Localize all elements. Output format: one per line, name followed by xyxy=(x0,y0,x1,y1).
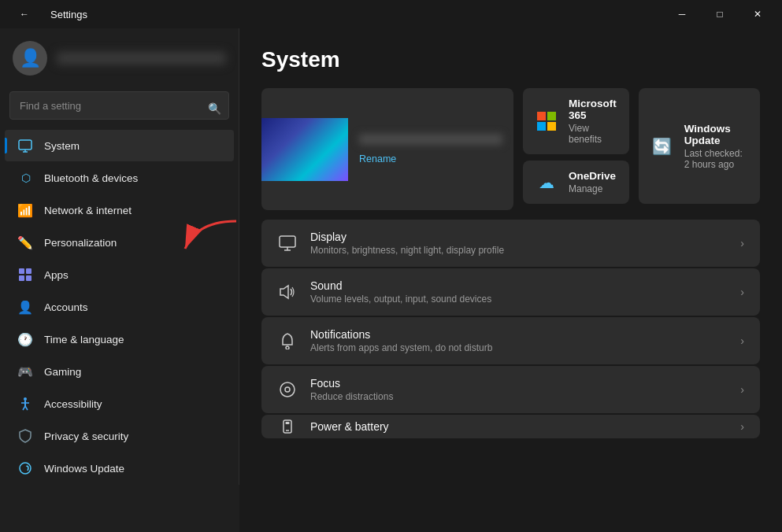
ms365-sub: View benefits xyxy=(569,123,617,145)
sound-setting-icon xyxy=(277,282,298,302)
setting-item-display[interactable]: DisplayMonitors, brightness, night light… xyxy=(261,220,760,267)
update-icon xyxy=(17,460,33,476)
sidebar-item-time[interactable]: 🕐Time & language xyxy=(5,323,234,355)
power-chevron-icon: › xyxy=(740,420,744,433)
personalization-icon: ✏️ xyxy=(17,235,33,250)
svg-rect-15 xyxy=(537,112,546,120)
sidebar-item-accessibility[interactable]: Accessibility xyxy=(5,388,234,419)
accounts-icon: 👤 xyxy=(17,299,33,315)
svg-line-12 xyxy=(25,406,28,410)
sidebar-item-accounts[interactable]: 👤Accounts xyxy=(5,291,234,323)
power-name: Power & battery xyxy=(310,420,728,433)
svg-marker-22 xyxy=(280,286,288,298)
power-setting-icon xyxy=(277,416,298,437)
svg-rect-7 xyxy=(26,275,32,281)
sidebar-item-system[interactable]: System xyxy=(5,130,234,161)
settings-list: DisplayMonitors, brightness, night light… xyxy=(261,220,760,438)
service-card-ms365[interactable]: Microsoft 365 View benefits xyxy=(523,88,629,154)
back-button[interactable]: ← xyxy=(6,0,43,28)
sidebar: 👤 🔍 System⬡Bluetooth & devices📶Network &… xyxy=(0,28,239,485)
display-desc: Monitors, brightness, night light, displ… xyxy=(310,245,728,256)
sidebar-item-personalization[interactable]: ✏️Personalization xyxy=(5,227,234,258)
user-name xyxy=(57,52,226,65)
sidebar-item-label-accessibility: Accessibility xyxy=(44,398,102,410)
display-setting-icon xyxy=(277,233,298,253)
gaming-icon: 🎮 xyxy=(17,364,33,379)
device-thumbnail xyxy=(261,118,348,181)
setting-item-notifications[interactable]: NotificationsAlerts from apps and system… xyxy=(261,317,760,364)
focus-text: FocusReduce distractions xyxy=(310,377,728,402)
sound-chevron-icon: › xyxy=(740,286,744,298)
svg-rect-28 xyxy=(286,422,290,424)
titlebar-controls: ─ □ ✕ xyxy=(664,0,776,28)
sidebar-item-gaming[interactable]: 🎮Gaming xyxy=(5,356,234,387)
sidebar-item-label-network: Network & internet xyxy=(44,205,132,216)
update-icon: 🔄 xyxy=(651,135,673,157)
setting-item-sound[interactable]: SoundVolume levels, output, input, sound… xyxy=(261,268,760,316)
display-name: Display xyxy=(310,231,728,243)
sidebar-item-label-time: Time & language xyxy=(44,334,124,345)
main-content: System Rename xyxy=(239,28,782,532)
service-card-onedrive[interactable]: ☁ OneDrive Manage xyxy=(523,161,629,204)
privacy-icon xyxy=(17,428,33,444)
svg-line-11 xyxy=(23,406,25,410)
person-icon: 👤 xyxy=(20,48,41,68)
focus-setting-icon xyxy=(277,379,298,400)
device-name xyxy=(359,134,502,145)
notifications-chevron-icon: › xyxy=(740,334,744,347)
svg-rect-4 xyxy=(19,268,24,274)
update-name: Windows Update xyxy=(684,123,747,146)
device-card[interactable]: Rename xyxy=(261,88,513,210)
setting-item-focus[interactable]: FocusReduce distractions› xyxy=(261,366,760,413)
sidebar-item-update[interactable]: Windows Update xyxy=(5,453,234,484)
sidebar-item-apps[interactable]: Apps xyxy=(5,259,234,290)
search-icon: 🔍 xyxy=(208,102,221,115)
svg-point-13 xyxy=(20,463,31,474)
app-container: 👤 🔍 System⬡Bluetooth & devices📶Network &… xyxy=(0,28,782,532)
notifications-desc: Alerts from apps and system, do not dist… xyxy=(310,342,728,353)
rename-button[interactable]: Rename xyxy=(359,153,396,164)
avatar: 👤 xyxy=(13,41,47,76)
onedrive-icon: ☁ xyxy=(536,172,558,194)
system-icon xyxy=(17,138,33,153)
sidebar-item-privacy[interactable]: Privacy & security xyxy=(5,420,234,452)
time-icon: 🕐 xyxy=(17,331,33,347)
accessibility-icon xyxy=(17,396,33,412)
svg-point-24 xyxy=(280,382,295,397)
svg-point-23 xyxy=(286,346,289,349)
close-button[interactable]: ✕ xyxy=(739,0,776,28)
maximize-button[interactable]: □ xyxy=(702,0,738,28)
user-profile[interactable]: 👤 xyxy=(0,35,239,88)
titlebar: ← Settings ─ □ ✕ xyxy=(0,0,782,28)
sidebar-item-network[interactable]: 📶Network & internet xyxy=(5,194,234,226)
setting-item-power[interactable]: Power & battery › xyxy=(261,415,760,438)
svg-point-25 xyxy=(285,387,290,392)
update-sub: Last checked: 2 hours ago xyxy=(684,148,747,170)
network-icon: 📶 xyxy=(17,202,33,218)
svg-text:⬡: ⬡ xyxy=(21,172,31,184)
svg-rect-6 xyxy=(19,275,24,281)
focus-desc: Reduce distractions xyxy=(310,391,728,402)
svg-rect-17 xyxy=(537,122,546,131)
svg-point-8 xyxy=(24,397,27,401)
sidebar-item-label-update: Windows Update xyxy=(44,463,124,475)
minimize-button[interactable]: ─ xyxy=(664,0,700,28)
device-info: Rename xyxy=(348,126,513,173)
apps-icon xyxy=(17,267,33,283)
windows-update-card[interactable]: 🔄 Windows Update Last checked: 2 hours a… xyxy=(639,88,760,204)
search-input[interactable] xyxy=(9,91,229,120)
sidebar-item-label-system: System xyxy=(44,140,80,152)
svg-rect-19 xyxy=(280,236,295,247)
svg-rect-18 xyxy=(547,122,556,131)
sidebar-item-label-personalization: Personalization xyxy=(44,237,117,249)
notifications-setting-icon xyxy=(277,331,298,351)
sidebar-item-label-accounts: Accounts xyxy=(44,301,88,313)
sound-name: Sound xyxy=(310,279,728,292)
display-chevron-icon: › xyxy=(740,237,744,249)
svg-rect-0 xyxy=(19,140,32,150)
power-text: Power & battery xyxy=(310,420,728,433)
sidebar-nav: System⬡Bluetooth & devices📶Network & int… xyxy=(0,129,239,485)
focus-chevron-icon: › xyxy=(740,383,744,396)
sidebar-item-bluetooth[interactable]: ⬡Bluetooth & devices xyxy=(5,162,234,194)
sidebar-item-label-apps: Apps xyxy=(44,269,69,281)
